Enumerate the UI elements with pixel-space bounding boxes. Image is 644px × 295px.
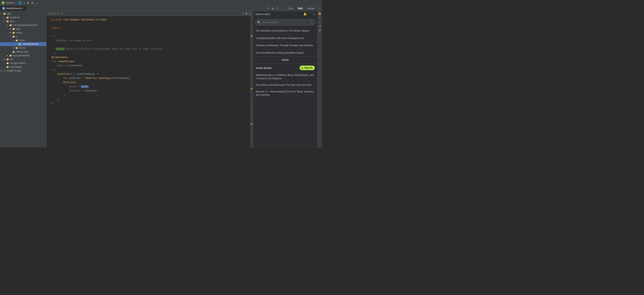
code-content: package com.example.hellonews.ui.home im… <box>46 16 253 148</box>
sidebar-label-homescreen: HomeScreen.kt <box>23 43 38 46</box>
sidebar-item-homescreen[interactable]: K HomeScreen.kt <box>0 42 46 46</box>
warnings-count[interactable]: ▲ 5 <box>48 12 52 15</box>
split-mode-btn[interactable]: Split <box>297 7 304 10</box>
sidebar-item-res[interactable]: ▶ 📁 res <box>0 57 46 61</box>
view-mode-bar: ↺ ⊞ ⬡ | Code Split Design ✓ <box>267 7 322 10</box>
sidebar-item-home[interactable]: ▾ 📁 home <box>0 38 46 42</box>
nav-down-icon[interactable]: ∨ <box>61 12 63 15</box>
refresh-icon[interactable]: ↺ <box>242 12 244 15</box>
ratio-icon[interactable]: 1:1 <box>318 25 321 27</box>
hand-icon[interactable]: ✋ <box>318 12 322 15</box>
tab-homescreen[interactable]: K HomeScreen.kt ✕ <box>0 6 27 11</box>
more-button[interactable]: MORE <box>253 57 318 64</box>
list-icon[interactable]: ≡ <box>23 1 25 4</box>
fold-fun-close[interactable]: ▾ <box>49 102 52 105</box>
sidebar-label-theme: theme <box>19 47 25 49</box>
bell-icon[interactable]: 🔔 <box>304 13 306 16</box>
audio-items: Wondering Hour: A Childhood Story, Grizz… <box>253 72 318 100</box>
search-input[interactable] <box>262 21 308 24</box>
code-line-1: package com.example.hellonews.ui.home <box>46 18 253 22</box>
audio-item-2[interactable]: The Stories and Adventures That We Carry… <box>253 82 318 89</box>
sidebar-item-package[interactable]: ▾ 📁 com.example.hellonews <box>0 23 46 27</box>
code-line-fun-decl: ▾ fun HomeScreen( <box>46 60 253 64</box>
globe-icon[interactable]: 🌐 <box>18 1 22 4</box>
compose-panel-icon[interactable]: ⬡ <box>313 13 315 16</box>
platform-dropdown-arrow[interactable]: ▾ <box>14 2 16 4</box>
arrow-app: ▾ <box>1 13 3 15</box>
refresh-icon[interactable]: ↺ <box>267 7 270 10</box>
layout-icon[interactable]: ⊞ <box>27 1 29 4</box>
sidebar-item-java[interactable]: ▾ 📁 java <box>0 19 46 23</box>
sidebar-item-model[interactable]: ▶ 📁 model <box>0 31 46 35</box>
folder-icon-theme: 📁 <box>15 46 18 50</box>
article-item-1[interactable]: The Wonderful Architectures of This Wint… <box>253 27 318 35</box>
grid-view-icon[interactable]: ⊞ <box>319 29 321 32</box>
code-line-close-paren: ) <box>46 93 253 97</box>
code-mode-btn[interactable]: Code <box>287 7 294 10</box>
audio-item-3[interactable]: Episode 11 - Science Based Tools For Sle… <box>253 89 318 99</box>
fold-jdoc[interactable]: ▾ <box>49 35 52 38</box>
code-line-annotation: @Composable <box>46 56 253 60</box>
article-item-4[interactable]: The New Method to Making Breakfast Crepe… <box>253 50 318 57</box>
code-editor: ▲ 5 ℹ 1 ∧ ∨ ↺ ⊞ ⬡ package com.example.he… <box>46 11 253 148</box>
minus-icon[interactable]: − <box>319 21 321 24</box>
settings-icon[interactable]: ⚙ <box>31 1 34 4</box>
component-icon[interactable]: ⬡ <box>276 7 278 10</box>
code-line-jdoc-param: * @param posts (List<Post>) placeholder … <box>46 47 253 51</box>
folder-icon-ui-packages: 📁 <box>6 65 9 68</box>
design-mode-btn[interactable]: Design <box>306 7 316 10</box>
sidebar-item-res-gen[interactable]: 📁 res (generated) <box>0 61 46 65</box>
search-box[interactable]: 🔍 ⋮ <box>255 19 316 26</box>
right-panel: Home screen 🔔 📱 ⬡ 🔍 ⋮ The Wonderful Arch… <box>253 11 318 148</box>
search-more-icon[interactable]: ⋮ <box>310 21 313 24</box>
arrow-res: ▶ <box>4 58 6 60</box>
right-panel-header: Home screen 🔔 📱 ⬡ <box>253 11 318 17</box>
sidebar-item-java-gen[interactable]: ▶ 📁 java (generated) <box>0 54 46 57</box>
articles-list: The Wonderful Architectures of This Wint… <box>253 27 318 148</box>
audio-item-1[interactable]: Wondering Hour: A Childhood Story, Grizz… <box>253 72 318 82</box>
arrow-model: ▶ <box>10 32 12 34</box>
platform-selector[interactable]: A Android ▾ <box>2 1 16 4</box>
panel-icons: 🔔 📱 ⬡ <box>304 13 315 16</box>
arrow-theme: ▶ <box>13 47 15 49</box>
arrow-home: ▾ <box>13 39 15 41</box>
phone-icon[interactable]: 📱 <box>308 13 311 16</box>
article-item-2[interactable]: Creating Butterflies With New Transparen… <box>253 35 318 42</box>
article-item-3[interactable]: Timeless Architecture, Through Decades a… <box>253 42 318 50</box>
code-line-val-modifier: val modifier = Modifier.padding(innerPad… <box>46 76 253 81</box>
sidebar-label-java-gen: java (generated) <box>13 54 30 57</box>
compose-icon[interactable]: ⬡ <box>249 12 251 15</box>
code-line-posts-arg: posts = posts, <box>46 85 253 89</box>
layout-icon[interactable]: ⊞ <box>245 12 248 15</box>
android-file-icon: 🤖 <box>12 50 15 53</box>
sidebar-item-ui[interactable]: ▾ 📁 ui <box>0 35 46 38</box>
play-all-button[interactable]: ▶ Play All <box>300 66 315 70</box>
fold-brace[interactable]: ▾ <box>49 68 52 71</box>
top-bar: A Android ▾ 🌐 ≡ ⊞ ⚙ — <box>0 0 322 6</box>
scroll-mark-warn-1 <box>250 88 252 89</box>
sidebar-item-mainactivity[interactable]: 🤖 MainActivity <box>0 50 46 54</box>
tab-close-icon[interactable]: ✕ <box>23 7 24 9</box>
arrow-java: ▾ <box>4 20 6 22</box>
sidebar-item-ui-packages[interactable]: 📁 ui-packages <box>0 65 46 69</box>
sidebar-item-manifests[interactable]: ▾ 📁 manifests <box>0 16 46 19</box>
kotlin-icon: K <box>18 43 21 46</box>
top-bar-toolbar: 🌐 ≡ ⊞ ⚙ — <box>18 1 38 4</box>
info-count[interactable]: ℹ 1 <box>54 12 56 15</box>
sidebar-item-gradle[interactable]: ▶ ⚙ Gradle Scripts <box>0 69 46 73</box>
arrow-java-gen: ▶ <box>7 55 9 57</box>
nav-up-icon[interactable]: ∧ <box>58 12 60 15</box>
fold-scaffold-close[interactable]: ▾ <box>49 97 52 100</box>
sidebar-item-theme[interactable]: ▶ 📁 theme <box>0 46 46 50</box>
sidebar-label-app: app <box>7 12 11 15</box>
play-icon: ▶ <box>302 67 304 69</box>
sidebar-item-app[interactable]: ▾ 📁 app <box>0 12 46 16</box>
tab-label: HomeScreen.kt <box>6 7 22 10</box>
fold-fun[interactable]: ▾ <box>49 60 52 63</box>
code-line-close-fun: ▾ } <box>46 102 253 106</box>
grid-icon[interactable]: ⊞ <box>272 7 274 10</box>
minimize-icon[interactable]: — <box>36 1 38 4</box>
folder-icon-home: 📁 <box>15 39 18 42</box>
plus-icon[interactable]: + <box>319 17 321 19</box>
sidebar-item-data[interactable]: ▶ 📁 data <box>0 27 46 31</box>
